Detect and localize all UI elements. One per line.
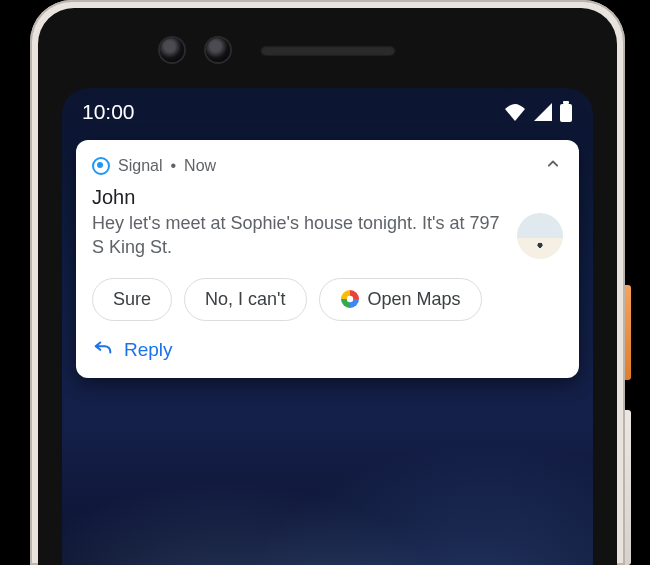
notification-timestamp: Now — [184, 157, 216, 175]
sender-avatar — [517, 213, 563, 259]
reply-arrow-icon — [92, 337, 114, 364]
smart-action-chip-maps[interactable]: Open Maps — [319, 278, 482, 321]
reply-label: Reply — [124, 339, 173, 361]
cellular-icon — [533, 102, 553, 122]
chip-label: Open Maps — [368, 289, 461, 310]
collapse-icon[interactable] — [543, 154, 563, 178]
separator: • — [170, 157, 176, 175]
smart-reply-row: Sure No, I can't — [92, 278, 563, 321]
power-button[interactable] — [625, 285, 631, 380]
phone-bezel: 10:00 Signal • — [38, 8, 617, 565]
speaker-grille — [260, 46, 395, 56]
status-bar: 10:00 — [62, 88, 593, 136]
battery-icon — [559, 101, 573, 123]
status-icons — [503, 101, 573, 123]
notification-message: Hey let's meet at Sophie's house tonight… — [92, 211, 503, 260]
smart-reply-chip-sure[interactable]: Sure — [92, 278, 172, 321]
phone-frame: 10:00 Signal • — [30, 0, 625, 565]
svg-rect-0 — [560, 104, 572, 122]
chip-label: No, I can't — [205, 289, 285, 310]
status-time: 10:00 — [82, 100, 135, 124]
wifi-icon — [503, 102, 527, 122]
reply-button[interactable]: Reply — [92, 337, 563, 364]
chip-label: Sure — [113, 289, 151, 310]
front-camera-icon — [160, 38, 184, 62]
signal-app-icon — [92, 157, 110, 175]
smart-reply-chip-no[interactable]: No, I can't — [184, 278, 306, 321]
notification-card[interactable]: Signal • Now John Hey let's meet at Soph… — [76, 140, 579, 378]
svg-point-3 — [346, 296, 352, 302]
screen: 10:00 Signal • — [62, 88, 593, 565]
notification-sender: John — [92, 186, 563, 209]
front-camera-icon — [206, 38, 230, 62]
volume-button[interactable] — [625, 410, 631, 565]
svg-rect-1 — [563, 101, 569, 104]
notification-header: Signal • Now — [92, 154, 563, 178]
google-maps-icon — [340, 289, 360, 309]
notification-app-name: Signal — [118, 157, 162, 175]
